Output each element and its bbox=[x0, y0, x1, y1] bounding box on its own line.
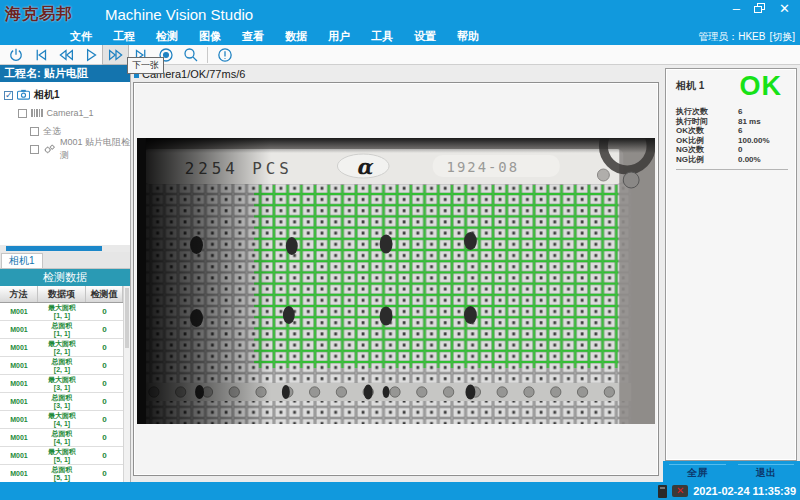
cell-method: M001 bbox=[0, 375, 38, 392]
table-row[interactable]: M001最大面积[2, 1]0 bbox=[0, 339, 123, 357]
menu-item[interactable]: 查看 bbox=[242, 29, 285, 44]
table-row[interactable]: M001总面积[3, 1]0 bbox=[0, 393, 123, 411]
cell-value: 0 bbox=[86, 411, 123, 428]
toolbar-separator bbox=[207, 47, 208, 63]
restore-icon[interactable] bbox=[754, 1, 765, 17]
table-row[interactable]: M001总面积[1, 1]0 bbox=[0, 321, 123, 339]
next-image-icon[interactable] bbox=[103, 45, 128, 64]
col-item: 数据项 bbox=[38, 286, 86, 302]
tree-label: 全选 bbox=[43, 125, 61, 138]
table-row[interactable]: M001最大面积[3, 1]0 bbox=[0, 375, 123, 393]
menu-item[interactable]: 帮助 bbox=[457, 29, 500, 44]
project-name-header: 工程名: 贴片电阻 bbox=[0, 65, 130, 82]
table-row[interactable]: M001总面积[5, 1]0 bbox=[0, 465, 123, 482]
cell-item: 最大面积[3, 1] bbox=[38, 375, 86, 392]
stat-value: 0 bbox=[738, 145, 742, 154]
status-bar: ✕ 2021-02-24 11:35:39 bbox=[0, 482, 800, 500]
panel-splitter[interactable] bbox=[0, 245, 130, 252]
stat-value: 100.00% bbox=[738, 136, 770, 145]
svg-text:α: α bbox=[356, 154, 374, 179]
power-icon[interactable] bbox=[3, 45, 28, 64]
table-row[interactable]: M001最大面积[5, 1]0 bbox=[0, 447, 123, 465]
stats-divider bbox=[676, 169, 788, 170]
cell-item: 最大面积[5, 1] bbox=[38, 447, 86, 464]
cell-item: 总面积[1, 1] bbox=[38, 321, 86, 338]
table-header: 方法 数据项 检测值 bbox=[0, 286, 123, 303]
cell-value: 0 bbox=[86, 321, 123, 338]
table-row[interactable]: M001总面积[2, 1]0 bbox=[0, 357, 123, 375]
result-ok-badge: OK bbox=[740, 71, 783, 102]
cell-method: M001 bbox=[0, 321, 38, 338]
camera-image-box[interactable]: 2254 PCS α 1924-08 bbox=[133, 82, 659, 476]
menu-item[interactable]: 工具 bbox=[371, 29, 414, 44]
computer-status-icon[interactable] bbox=[658, 485, 667, 498]
table-row[interactable]: M001总面积[4, 1]0 bbox=[0, 429, 123, 447]
cell-value: 0 bbox=[86, 447, 123, 464]
first-image-icon[interactable] bbox=[28, 45, 53, 64]
tree-label: Camera1_1 bbox=[47, 108, 94, 118]
toolbar bbox=[0, 45, 800, 65]
cell-method: M001 bbox=[0, 429, 38, 446]
run-icon[interactable] bbox=[78, 45, 103, 64]
col-method: 方法 bbox=[0, 286, 38, 302]
previous-fast-icon[interactable] bbox=[53, 45, 78, 64]
clock-timestamp: 2021-02-24 11:35:39 bbox=[693, 485, 796, 497]
cell-method: M001 bbox=[0, 447, 38, 464]
menu-item[interactable]: 设置 bbox=[414, 29, 457, 44]
title-bar: 海克易邦 Machine Vision Studio – ✕ bbox=[0, 0, 800, 28]
tree-item-module-m001[interactable]: M001 贴片电阻检测 bbox=[0, 141, 130, 157]
detection-data-table: 方法 数据项 检测值 M001最大面积[1, 1]0M001总面积[1, 1]0… bbox=[0, 286, 123, 482]
switch-user-link[interactable]: [切换] bbox=[769, 30, 795, 44]
cell-value: 0 bbox=[86, 465, 123, 482]
search-icon[interactable] bbox=[178, 45, 203, 64]
col-value: 检测值 bbox=[86, 286, 123, 302]
menu-item[interactable]: 检测 bbox=[156, 29, 199, 44]
result-panel: 相机 1 OK 执行次数6执行时间81 msOK次数6OK比例100.00%NG… bbox=[663, 65, 800, 482]
cell-method: M001 bbox=[0, 393, 38, 410]
exit-button[interactable]: 退出 bbox=[738, 464, 795, 480]
camera-tab-strip: 相机1 bbox=[0, 252, 130, 269]
cell-value: 0 bbox=[86, 393, 123, 410]
stat-value: 0.00% bbox=[738, 155, 761, 164]
window-controls: – ✕ bbox=[733, 1, 790, 17]
checkbox-icon[interactable] bbox=[30, 127, 39, 136]
tree-item-camera-group[interactable]: ✓ 相机1 bbox=[0, 87, 130, 103]
checkbox-checked-icon[interactable]: ✓ bbox=[4, 91, 13, 100]
fullscreen-button[interactable]: 全屏 bbox=[669, 464, 726, 480]
checkbox-icon[interactable] bbox=[30, 145, 39, 154]
table-row[interactable]: M001最大面积[4, 1]0 bbox=[0, 411, 123, 429]
app-title: Machine Vision Studio bbox=[105, 6, 253, 23]
menu-item[interactable]: 文件 bbox=[70, 29, 113, 44]
project-tree: ✓ 相机1 Camera1_1 全选 M001 贴片电阻检测 bbox=[0, 82, 130, 245]
detection-data-title: 检测数据 bbox=[0, 269, 130, 286]
menu-item[interactable]: 数据 bbox=[285, 29, 328, 44]
info-icon[interactable] bbox=[212, 45, 237, 64]
cell-value: 0 bbox=[86, 375, 123, 392]
stat-value: 6 bbox=[738, 126, 742, 135]
cell-method: M001 bbox=[0, 339, 38, 356]
company-logo: 海克易邦 bbox=[5, 4, 73, 25]
stat-row: NG比例0.00% bbox=[676, 155, 788, 165]
cell-item: 总面积[5, 1] bbox=[38, 465, 86, 482]
checkbox-icon[interactable] bbox=[18, 109, 27, 118]
tree-label: 相机1 bbox=[34, 88, 60, 102]
tab-camera1[interactable]: 相机1 bbox=[1, 253, 43, 268]
admin-label: 管理员：HKEB bbox=[698, 30, 765, 44]
cell-item: 最大面积[1, 1] bbox=[38, 303, 86, 320]
table-scrollbar[interactable] bbox=[123, 286, 130, 482]
menu-item[interactable]: 用户 bbox=[328, 29, 371, 44]
error-status-icon[interactable]: ✕ bbox=[672, 485, 688, 497]
minimize-icon[interactable]: – bbox=[733, 1, 740, 17]
cell-method: M001 bbox=[0, 465, 38, 482]
cell-item: 总面积[3, 1] bbox=[38, 393, 86, 410]
stat-label: NG比例 bbox=[676, 154, 738, 165]
cell-method: M001 bbox=[0, 303, 38, 320]
tree-item-camera-device[interactable]: Camera1_1 bbox=[0, 105, 130, 121]
close-icon[interactable]: ✕ bbox=[779, 1, 790, 17]
menu-item[interactable]: 工程 bbox=[113, 29, 156, 44]
cell-item: 总面积[2, 1] bbox=[38, 357, 86, 374]
table-row[interactable]: M001最大面积[1, 1]0 bbox=[0, 303, 123, 321]
image-viewer: Camera1/OK/77ms/6 bbox=[131, 65, 663, 482]
next-image-tooltip: 下一张 bbox=[127, 57, 164, 74]
menu-item[interactable]: 图像 bbox=[199, 29, 242, 44]
